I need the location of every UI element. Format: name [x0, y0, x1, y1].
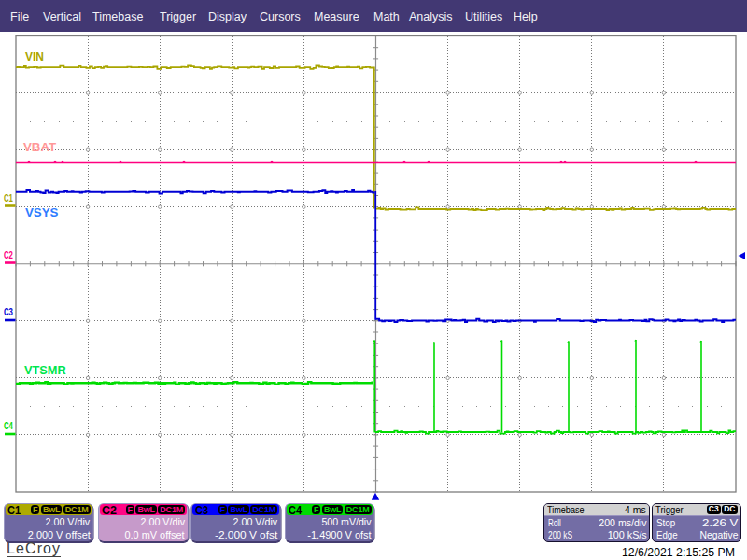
svg-text:C1: C1	[4, 193, 13, 203]
svg-text:VIN: VIN	[25, 49, 44, 63]
svg-text:C3: C3	[4, 308, 13, 318]
svg-text:C2: C2	[4, 250, 13, 260]
svg-text:VTSMR: VTSMR	[24, 363, 66, 377]
svg-text:VBAT: VBAT	[23, 140, 56, 154]
svg-text:VSYS: VSYS	[25, 205, 59, 219]
svg-text:C4: C4	[4, 422, 13, 432]
